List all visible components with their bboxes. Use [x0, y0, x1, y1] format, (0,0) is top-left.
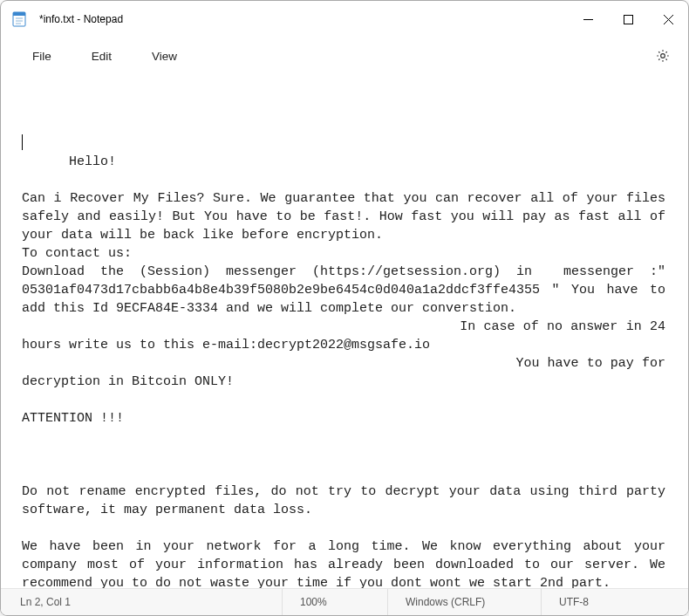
svg-rect-1 [13, 12, 25, 16]
title-bar[interactable]: *info.txt - Notepad [1, 1, 688, 38]
title-bar-left: *info.txt - Notepad [11, 11, 123, 27]
notepad-app-icon [11, 11, 27, 27]
gear-icon [655, 48, 671, 64]
text-caret [22, 134, 23, 150]
window-title: *info.txt - Notepad [39, 13, 123, 25]
notepad-window: *info.txt - Notepad File Edit View [0, 0, 689, 616]
status-zoom[interactable]: 100% [282, 589, 387, 615]
close-button[interactable] [648, 1, 688, 38]
maximize-button[interactable] [608, 1, 648, 38]
settings-button[interactable] [646, 43, 679, 69]
status-encoding: UTF-8 [541, 589, 688, 615]
window-controls [568, 1, 688, 38]
menu-view[interactable]: View [138, 44, 191, 68]
document-content: Hello! Can i Recover My Files? Sure. We … [22, 154, 673, 588]
minimize-button[interactable] [568, 1, 608, 38]
status-cursor-position: Ln 2, Col 1 [1, 589, 282, 615]
menu-edit[interactable]: Edit [78, 44, 126, 68]
svg-rect-6 [624, 15, 632, 24]
status-line-ending: Windows (CRLF) [387, 589, 541, 615]
svg-point-9 [661, 54, 665, 58]
status-bar: Ln 2, Col 1 100% Windows (CRLF) UTF-8 [1, 588, 688, 615]
menu-bar: File Edit View [1, 38, 688, 74]
text-editor[interactable]: Hello! Can i Recover My Files? Sure. We … [1, 74, 688, 588]
menu-file[interactable]: File [18, 44, 65, 68]
